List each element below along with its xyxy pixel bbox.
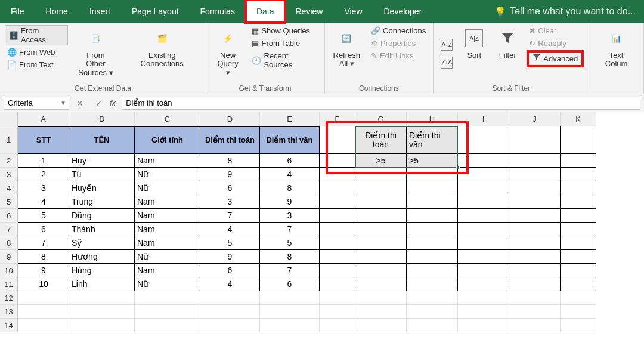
cell[interactable] bbox=[509, 209, 561, 223]
cell[interactable]: Nam bbox=[135, 195, 200, 209]
sort-button[interactable]: A|Z Sort bbox=[460, 25, 488, 82]
cell[interactable] bbox=[509, 319, 561, 332]
cell[interactable]: Nam bbox=[135, 264, 200, 277]
cell[interactable]: Nữ bbox=[135, 277, 200, 291]
cell[interactable]: Dũng bbox=[69, 209, 135, 223]
cell[interactable] bbox=[407, 319, 458, 332]
cell[interactable] bbox=[458, 181, 509, 195]
cell[interactable] bbox=[260, 319, 320, 332]
col-header-D[interactable]: D bbox=[200, 112, 260, 126]
cell[interactable]: >5 bbox=[355, 154, 407, 168]
tab-data[interactable]: Data bbox=[246, 0, 285, 23]
cell[interactable] bbox=[509, 181, 561, 195]
cell[interactable] bbox=[320, 168, 355, 181]
cell[interactable] bbox=[509, 223, 561, 236]
cell[interactable] bbox=[407, 195, 458, 209]
name-box[interactable]: Criteria ▼ bbox=[4, 97, 69, 110]
cell[interactable] bbox=[135, 319, 200, 332]
cell[interactable]: 2 bbox=[18, 168, 69, 181]
col-header-I[interactable]: I bbox=[458, 112, 509, 126]
cell[interactable]: Tú bbox=[69, 168, 135, 181]
cell[interactable] bbox=[561, 277, 596, 291]
cell[interactable] bbox=[458, 154, 509, 168]
row-header-4[interactable]: 4 bbox=[0, 181, 18, 195]
refresh-all-button[interactable]: 🔄 Refresh All ▾ bbox=[330, 25, 364, 82]
cell[interactable] bbox=[458, 264, 509, 277]
show-queries-button[interactable]: ▦ Show Queries bbox=[249, 25, 319, 36]
from-table-button[interactable]: ▤ From Table bbox=[249, 38, 319, 49]
cell[interactable] bbox=[320, 236, 355, 250]
cell[interactable] bbox=[260, 291, 320, 305]
cell[interactable] bbox=[355, 209, 407, 223]
cell[interactable]: Nam bbox=[135, 236, 200, 250]
worksheet-grid[interactable]: 1234567891011121314 ABCDEFGHIJK STTTÊNGi… bbox=[0, 112, 644, 358]
recent-sources-button[interactable]: 🕘 Recent Sources bbox=[249, 50, 319, 70]
row-header-9[interactable]: 9 bbox=[0, 250, 18, 264]
cell[interactable] bbox=[509, 277, 561, 291]
cell[interactable] bbox=[509, 264, 561, 277]
cell[interactable]: 5 bbox=[260, 236, 320, 250]
cell[interactable]: Hùng bbox=[69, 264, 135, 277]
cell[interactable]: Trung bbox=[69, 195, 135, 209]
advanced-button[interactable]: Advanced bbox=[527, 50, 584, 67]
cell[interactable]: Nữ bbox=[135, 181, 200, 195]
row-header-3[interactable]: 3 bbox=[0, 168, 18, 181]
cell[interactable]: Nữ bbox=[135, 250, 200, 264]
row-header-7[interactable]: 7 bbox=[0, 223, 18, 236]
col-header-B[interactable]: B bbox=[69, 112, 135, 126]
cell[interactable]: Điểm thi văn bbox=[260, 126, 320, 154]
from-web-button[interactable]: 🌐 From Web bbox=[5, 47, 68, 58]
cell[interactable] bbox=[458, 126, 509, 154]
col-header-A[interactable]: A bbox=[18, 112, 69, 126]
cell[interactable] bbox=[260, 305, 320, 319]
filter-button[interactable]: Filter bbox=[493, 25, 522, 82]
cell[interactable] bbox=[458, 250, 509, 264]
row-header-14[interactable]: 14 bbox=[0, 319, 18, 332]
cell[interactable]: 10 bbox=[18, 277, 69, 291]
cell[interactable] bbox=[18, 305, 69, 319]
cell[interactable] bbox=[320, 277, 355, 291]
from-access-button[interactable]: 🗄️ From Access bbox=[5, 25, 68, 45]
enter-formula-button[interactable]: ✓ bbox=[91, 98, 107, 108]
cell[interactable] bbox=[561, 305, 596, 319]
cell[interactable] bbox=[458, 195, 509, 209]
cell[interactable] bbox=[561, 223, 596, 236]
cell[interactable]: Hương bbox=[69, 250, 135, 264]
cell[interactable]: 7 bbox=[200, 209, 260, 223]
row-header-13[interactable]: 13 bbox=[0, 305, 18, 319]
cell[interactable] bbox=[509, 168, 561, 181]
cell[interactable]: 8 bbox=[200, 154, 260, 168]
cell[interactable] bbox=[458, 319, 509, 332]
cell[interactable]: Nam bbox=[135, 154, 200, 168]
cell[interactable] bbox=[18, 319, 69, 332]
cell[interactable] bbox=[355, 264, 407, 277]
cell[interactable]: 4 bbox=[200, 277, 260, 291]
cell[interactable]: Giới tính bbox=[135, 126, 200, 154]
cell[interactable] bbox=[407, 236, 458, 250]
cell[interactable] bbox=[69, 305, 135, 319]
reapply-button[interactable]: ↻ Reapply bbox=[527, 38, 584, 49]
cell[interactable] bbox=[320, 126, 355, 154]
cell[interactable]: 7 bbox=[18, 236, 69, 250]
cell[interactable]: 4 bbox=[260, 168, 320, 181]
tell-me[interactable]: 💡 Tell me what you want to do... bbox=[486, 6, 644, 17]
cell[interactable]: 5 bbox=[18, 209, 69, 223]
tab-review[interactable]: Review bbox=[285, 0, 334, 23]
cell[interactable] bbox=[200, 291, 260, 305]
cell[interactable]: Điểm thi văn bbox=[407, 126, 458, 154]
cancel-formula-button[interactable]: ✕ bbox=[72, 98, 88, 108]
existing-connections-button[interactable]: 🗂️ Existing Connections bbox=[123, 25, 201, 82]
cell[interactable] bbox=[509, 126, 561, 154]
cell[interactable]: Nữ bbox=[135, 168, 200, 181]
cell[interactable] bbox=[407, 209, 458, 223]
cell[interactable]: Sỹ bbox=[69, 236, 135, 250]
cell[interactable] bbox=[355, 291, 407, 305]
cell[interactable] bbox=[458, 223, 509, 236]
cell[interactable]: 3 bbox=[18, 181, 69, 195]
cell[interactable] bbox=[458, 168, 509, 181]
cell[interactable] bbox=[509, 154, 561, 168]
cell[interactable]: 9 bbox=[200, 250, 260, 264]
tab-page-layout[interactable]: Page Layout bbox=[121, 0, 190, 23]
col-header-G[interactable]: G bbox=[355, 112, 407, 126]
cell[interactable] bbox=[509, 250, 561, 264]
